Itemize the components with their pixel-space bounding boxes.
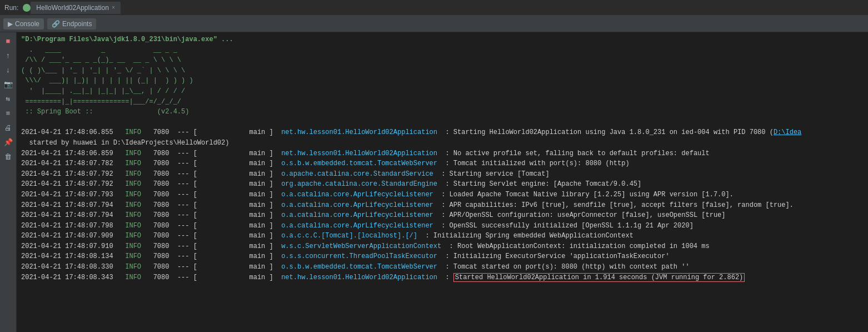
active-tab[interactable]: HelloWorld02Application × xyxy=(31,2,120,14)
spring-boot-line: :: Spring Boot :: (v2.4.5) xyxy=(21,107,864,117)
sp2 xyxy=(145,128,149,136)
sidebar: ■ ↑ ↓ 📷 ⇆ ≡ 🖨 📌 🗑 xyxy=(0,32,17,332)
tab-close-button[interactable]: × xyxy=(112,4,115,11)
endpoints-tab-label: Endpoints xyxy=(62,20,92,28)
console-output[interactable]: "D:\Program Files\Java\jdk1.8.0_231\bin\… xyxy=(17,32,868,332)
pin-button[interactable]: 📌 xyxy=(2,136,15,149)
msg-1: : Starting HelloWorld02Application using… xyxy=(441,128,801,136)
log-line-1b: started by huawei in D:\IdeaProjects\Hel… xyxy=(21,138,864,148)
log-line-11: 2021-04-21 17:48:07.910 INFO 7080 --- [ … xyxy=(21,241,864,252)
top-bar: Run: HelloWorld02Application × xyxy=(0,0,868,16)
console-tab[interactable]: ▶ Console xyxy=(3,18,44,29)
tab-label: HelloWorld02Application xyxy=(36,4,109,12)
log-line-7: 2021-04-21 17:48:07.794 INFO 7080 --- [ … xyxy=(21,200,864,211)
trash-button[interactable]: 🗑 xyxy=(2,150,15,163)
sp3: --- [ xyxy=(173,128,246,136)
logger-4[interactable]: o.apache.catalina.core.StandardService xyxy=(281,170,433,178)
console-icon: ▶ xyxy=(8,20,13,28)
logger-3[interactable]: o.s.b.w.embedded.tomcat.TomcatWebServer xyxy=(281,160,437,167)
log-line-3: 2021-04-21 17:48:07.782 INFO 7080 --- [ … xyxy=(21,158,864,169)
level-1: INFO xyxy=(125,128,141,136)
cmd-text: "D:\Program Files\Java\jdk1.8.0_231\bin\… xyxy=(21,36,233,43)
logger-14[interactable]: net.hw.lesson01.HelloWorld02Application xyxy=(281,274,437,281)
started-highlight: Started HelloWorld02Application in 1.914… xyxy=(453,273,745,282)
ascii-art-2: /\\ / ___'_ __ _ _(_)_ __ __ _ \ \ \ \ xyxy=(21,55,864,66)
log-line-4: 2021-04-21 17:48:07.792 INFO 7080 --- [ … xyxy=(21,169,864,180)
filter-button[interactable]: ≡ xyxy=(2,107,15,120)
idea-link-1[interactable]: D:\Idea xyxy=(774,128,801,136)
endpoints-icon: 🔗 xyxy=(52,20,60,28)
log-line-14: 2021-04-21 17:48:08.343 INFO 7080 --- [ … xyxy=(21,272,864,283)
ts-1: 2021-04-21 17:48:06.855 xyxy=(21,128,113,136)
logger-5[interactable]: org.apache.catalina.core.StandardEngine xyxy=(281,180,437,188)
ascii-art-1: . ____ _ __ _ _ xyxy=(21,45,864,56)
sp1 xyxy=(117,128,121,136)
cmd-line: "D:\Program Files\Java\jdk1.8.0_231\bin\… xyxy=(21,34,864,45)
scroll-up-button[interactable]: ↑ xyxy=(2,49,15,62)
logger-6[interactable]: o.a.catalina.core.AprLifecycleListener xyxy=(281,191,433,199)
logger-11[interactable]: w.s.c.ServletWebServerApplicationContext xyxy=(281,242,441,250)
pid-1: 7080 xyxy=(153,128,169,136)
log-line-9: 2021-04-21 17:48:07.798 INFO 7080 --- [ … xyxy=(21,221,864,231)
blank-line xyxy=(21,117,864,128)
screenshot-button[interactable]: 📷 xyxy=(2,78,15,91)
spring-icon xyxy=(23,4,31,12)
log-line-6: 2021-04-21 17:48:07.793 INFO 7080 --- [ … xyxy=(21,190,864,200)
logger-7[interactable]: o.a.catalina.core.AprLifecycleListener xyxy=(281,201,433,209)
ascii-art-3: ( ( )\___ | '_ | '_| | '_ \/ _` | \ \ \ … xyxy=(21,66,864,76)
ascii-art-6: =========|_|==============|___/=/_/_/_/ xyxy=(21,97,864,107)
stop-button[interactable]: ■ xyxy=(2,34,15,48)
scroll-down-button[interactable]: ↓ xyxy=(2,63,15,77)
endpoints-tab[interactable]: 🔗 Endpoints xyxy=(47,18,96,29)
log-line-8: 2021-04-21 17:48:07.794 INFO 7080 --- [ … xyxy=(21,210,864,221)
sp4: ] xyxy=(270,128,277,136)
logger-12[interactable]: o.s.s.concurrent.ThreadPoolTaskExecutor xyxy=(281,252,437,260)
log-line-5: 2021-04-21 17:48:07.792 INFO 7080 --- [ … xyxy=(21,179,864,190)
logger-1[interactable]: net.hw.lesson01.HelloWorld02Application xyxy=(281,128,437,136)
thread-1: main xyxy=(250,128,266,136)
log-line-12: 2021-04-21 17:48:08.134 INFO 7080 --- [ … xyxy=(21,251,864,262)
toolbar: ▶ Console 🔗 Endpoints xyxy=(0,16,868,32)
logger-13[interactable]: o.s.b.w.embedded.tomcat.TomcatWebServer xyxy=(281,263,437,271)
log-line-2: 2021-04-21 17:48:06.859 INFO 7080 --- [ … xyxy=(21,148,864,159)
ascii-art-5: ' |____| .__|_| |_|_| |_\__, | / / / / xyxy=(21,86,864,97)
logger-10[interactable]: o.a.c.c.C.[Tomcat].[localhost].[/] xyxy=(281,232,417,240)
ascii-art-4: \\\/ ___)| |_)| | | | | || (_| | ) ) ) ) xyxy=(21,76,864,86)
msg-1b: started by huawei in D:\IdeaProjects\Hel… xyxy=(21,139,229,147)
logger-8[interactable]: o.a.catalina.core.AprLifecycleListener xyxy=(281,211,433,219)
log-line-1: 2021-04-21 17:48:06.855 INFO 7080 --- [ … xyxy=(21,127,864,138)
console-tab-label: Console xyxy=(15,20,39,28)
log-line-13: 2021-04-21 17:48:08.330 INFO 7080 --- [ … xyxy=(21,262,864,272)
logger-9[interactable]: o.a.catalina.core.AprLifecycleListener xyxy=(281,222,433,230)
logger-2[interactable]: net.hw.lesson01.HelloWorld02Application xyxy=(281,150,437,157)
print-button[interactable]: 🖨 xyxy=(2,121,15,135)
main-content: ■ ↑ ↓ 📷 ⇆ ≡ 🖨 📌 🗑 "D:\Program Files\Java… xyxy=(0,32,868,332)
log-line-10: 2021-04-21 17:48:07.909 INFO 7080 --- [ … xyxy=(21,231,864,241)
run-label: Run: xyxy=(4,4,18,12)
wrap-button[interactable]: ⇆ xyxy=(2,92,15,106)
